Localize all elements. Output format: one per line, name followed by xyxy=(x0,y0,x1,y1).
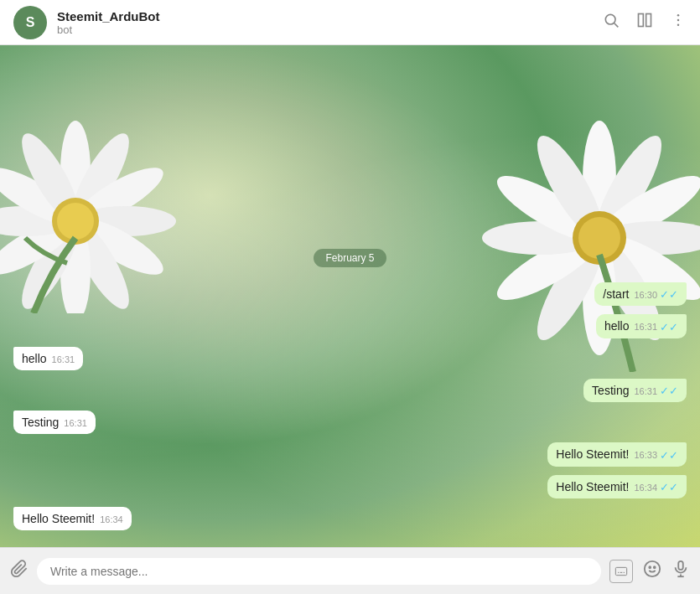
search-icon[interactable] xyxy=(603,12,620,33)
msg-bubble: Hello Steemit! 16:33 ✓✓ xyxy=(547,442,687,467)
msg-row: Testing 16:31 ✓✓ xyxy=(13,379,687,403)
msg-text: hello xyxy=(604,319,630,333)
msg-bubble: Testing 16:31 xyxy=(13,411,96,434)
chat-header: S Steemit_ArduBot bot xyxy=(0,0,700,45)
svg-line-1 xyxy=(614,23,619,28)
svg-point-43 xyxy=(645,561,660,576)
avatar: S xyxy=(13,6,47,39)
msg-bubble: Testing 16:31 ✓✓ xyxy=(583,379,687,403)
msg-row: Hello Steemit! 16:34 xyxy=(13,507,687,530)
msg-time: 16:31 xyxy=(64,418,87,428)
msg-meta: 16:33 ✓✓ xyxy=(634,449,678,462)
input-actions xyxy=(609,560,690,583)
date-badge: February 5 xyxy=(314,249,386,267)
msg-text: Hello Steemit! xyxy=(22,512,95,525)
msg-text: Hello Steemit! xyxy=(556,480,629,493)
more-icon[interactable] xyxy=(670,12,687,33)
double-check-icon: ✓✓ xyxy=(660,288,678,301)
msg-row: Hello Steemit! 16:34 ✓✓ xyxy=(13,475,687,499)
msg-time: 16:31 xyxy=(52,354,75,364)
msg-time: 16:33 xyxy=(634,450,657,460)
msg-row: hello 16:31 ✓✓ xyxy=(13,314,687,338)
emoji-icon[interactable] xyxy=(643,560,661,582)
msg-text: Hello Steemit! xyxy=(556,447,629,461)
msg-bubble: Hello Steemit! 16:34 xyxy=(13,507,132,530)
msg-row: hello 16:31 xyxy=(13,347,687,370)
layout-icon[interactable] xyxy=(636,12,653,33)
double-check-icon: ✓✓ xyxy=(660,385,678,397)
msg-meta: 16:30 ✓✓ xyxy=(634,288,678,301)
msg-row: Testing 16:31 xyxy=(13,411,687,434)
double-check-icon: ✓✓ xyxy=(660,449,678,462)
msg-time: 16:34 xyxy=(634,483,657,493)
svg-point-45 xyxy=(654,566,656,568)
msg-text: Testing xyxy=(22,416,59,429)
keyboard-icon[interactable] xyxy=(609,560,633,583)
svg-point-4 xyxy=(677,14,680,17)
msg-time: 16:31 xyxy=(634,322,657,332)
msg-meta: 16:31 ✓✓ xyxy=(634,385,678,397)
chat-area: February 5 /start 16:30 ✓✓ hello 16:31 ✓… xyxy=(0,45,700,547)
svg-point-5 xyxy=(677,19,680,22)
header-info: Steemit_ArduBot bot xyxy=(57,9,603,36)
chat-name: Steemit_ArduBot xyxy=(57,9,603,23)
svg-point-6 xyxy=(677,24,680,27)
svg-rect-3 xyxy=(646,14,651,27)
message-input[interactable] xyxy=(37,558,601,585)
attach-icon[interactable] xyxy=(10,560,29,582)
msg-bubble: Hello Steemit! 16:34 ✓✓ xyxy=(547,475,687,499)
msg-meta: 16:34 xyxy=(100,514,123,524)
msg-text: /start xyxy=(603,287,629,301)
msg-time: 16:31 xyxy=(634,386,657,396)
msg-row: Hello Steemit! 16:33 ✓✓ xyxy=(13,442,687,467)
msg-row: /start 16:30 ✓✓ xyxy=(13,282,687,307)
msg-bubble: /start 16:30 ✓✓ xyxy=(594,282,687,307)
msg-time: 16:34 xyxy=(100,514,123,524)
svg-rect-46 xyxy=(678,561,683,570)
double-check-icon: ✓✓ xyxy=(660,481,678,493)
chat-sub: bot xyxy=(57,23,603,36)
date-row: February 5 xyxy=(13,242,687,274)
svg-rect-35 xyxy=(615,567,626,575)
msg-time: 16:30 xyxy=(634,290,657,300)
msg-meta: 16:34 ✓✓ xyxy=(634,481,678,493)
msg-bubble: hello 16:31 ✓✓ xyxy=(596,314,687,338)
svg-rect-2 xyxy=(639,14,644,27)
svg-point-44 xyxy=(649,566,651,568)
msg-meta: 16:31 xyxy=(52,354,75,364)
input-bar xyxy=(0,547,700,594)
svg-point-0 xyxy=(605,14,615,24)
msg-text: Testing xyxy=(592,384,629,397)
messages-container: February 5 /start 16:30 ✓✓ hello 16:31 ✓… xyxy=(0,45,700,547)
msg-bubble: hello 16:31 xyxy=(13,347,83,370)
microphone-icon[interactable] xyxy=(671,560,690,582)
double-check-icon: ✓✓ xyxy=(660,321,678,333)
msg-meta: 16:31 xyxy=(64,418,87,428)
msg-text: hello xyxy=(22,352,47,365)
header-actions xyxy=(603,12,687,33)
msg-meta: 16:31 ✓✓ xyxy=(634,321,678,333)
